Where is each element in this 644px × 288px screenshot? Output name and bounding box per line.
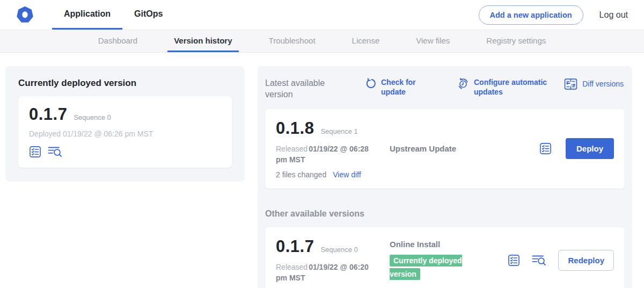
latest-release-info: 0.1.8 Sequence 1 Released01/19/22 @ 06:2… <box>276 119 390 179</box>
other-release-card: 0.1.7 Sequence 0 Released01/19/22 @ 06:2… <box>265 227 625 288</box>
latest-release-actions: Deploy <box>539 138 614 159</box>
other-released-timestamp: Released01/19/22 @ 06:20 pm MST <box>276 262 379 284</box>
other-source-label: Online Install <box>390 240 485 249</box>
deployed-version-number: 0.1.7 <box>29 105 67 124</box>
redeploy-button[interactable]: Redeploy <box>558 250 614 271</box>
check-for-update-label: Check for update <box>381 78 425 97</box>
available-header: Latest available version Check for updat… <box>265 78 625 100</box>
currently-deployed-badge: Currently deployed version <box>390 255 462 280</box>
admin-console-page: Application GitOps Add a new application… <box>0 0 644 288</box>
heptagon-logo-icon <box>16 6 34 24</box>
preflight-checklist-icon[interactable] <box>539 142 552 155</box>
configure-automatic-updates-button[interactable]: Configure automatic updates <box>457 78 558 97</box>
subnav-item-version-history[interactable]: Version history <box>167 30 238 52</box>
other-source-column: Online Install Currently deployed versio… <box>390 240 485 281</box>
tab-application[interactable]: Application <box>52 0 122 30</box>
latest-source-label: Upstream Update <box>390 144 485 153</box>
deployed-version-card: 0.1.7 Sequence 0 Deployed 01/19/22 @ 06:… <box>18 96 232 168</box>
subnav-item-dashboard[interactable]: Dashboard <box>92 30 144 52</box>
latest-files-changed-row: 2 files changed View diff <box>276 170 390 179</box>
deployed-version-row: 0.1.7 Sequence 0 <box>29 105 221 124</box>
preflight-checklist-icon[interactable] <box>29 146 41 158</box>
configure-automatic-updates-label: Configure automatic updates <box>474 78 558 97</box>
subnav-item-view-files[interactable]: View files <box>409 30 456 52</box>
subnav-item-registry-settings[interactable]: Registry settings <box>480 30 552 52</box>
latest-released-timestamp: Released01/19/22 @ 06:28 pm MST <box>276 143 379 165</box>
currently-deployed-title: Currently deployed version <box>18 78 232 89</box>
deployed-timestamp: Deployed 01/19/22 @ 06:26 pm MST <box>29 129 221 138</box>
latest-sequence-label: Sequence 1 <box>320 127 357 135</box>
other-release-actions: Redeploy <box>508 250 614 271</box>
top-tabs: Application GitOps <box>52 0 174 30</box>
app-logo[interactable] <box>16 0 34 30</box>
deployed-sequence-label: Sequence 0 <box>74 113 111 121</box>
preflight-checklist-icon[interactable] <box>508 254 520 267</box>
latest-release-card: 0.1.8 Sequence 1 Released01/19/22 @ 06:2… <box>265 109 625 189</box>
main-content: Currently deployed version 0.1.7 Sequenc… <box>0 53 644 288</box>
files-changed-label: 2 files changed <box>276 170 326 179</box>
release-notes-icon[interactable] <box>532 254 546 267</box>
check-for-update-button[interactable]: Check for update <box>365 78 425 97</box>
other-sequence-label: Sequence 0 <box>320 246 357 254</box>
latest-available-title: Latest available version <box>265 78 345 100</box>
diff-versions-label: Diff versions <box>582 80 624 89</box>
other-version-number: 0.1.7 <box>276 237 314 256</box>
currently-deployed-panel: Currently deployed version 0.1.7 Sequenc… <box>5 66 245 182</box>
available-versions-panel: Latest available version Check for updat… <box>258 66 632 288</box>
release-notes-icon[interactable] <box>48 146 62 158</box>
deployed-badge-wrap: Currently deployed version <box>390 254 481 281</box>
subnav-item-license[interactable]: License <box>346 30 386 52</box>
add-new-application-button[interactable]: Add a new application <box>479 5 583 25</box>
other-release-info: 0.1.7 Sequence 0 Released01/19/22 @ 06:2… <box>276 237 390 284</box>
deployed-actions <box>29 146 221 158</box>
clock-refresh-icon <box>457 78 469 90</box>
refresh-icon <box>365 78 376 89</box>
topnav-right: Add a new application Log out <box>479 0 628 30</box>
view-diff-link[interactable]: View diff <box>333 170 361 179</box>
tab-gitops[interactable]: GitOps <box>122 0 174 30</box>
latest-version-number: 0.1.8 <box>276 119 314 138</box>
other-available-versions-title: Other available versions <box>265 209 625 219</box>
diff-versions-button[interactable]: Diff versions <box>564 78 624 90</box>
subnav-item-troubleshoot[interactable]: Troubleshoot <box>262 30 322 52</box>
app-subnav: Dashboard Version history Troubleshoot L… <box>0 30 644 53</box>
logout-link[interactable]: Log out <box>599 10 628 20</box>
latest-source-column: Upstream Update <box>390 144 485 153</box>
deploy-button[interactable]: Deploy <box>566 138 614 159</box>
top-navbar: Application GitOps Add a new application… <box>0 0 644 30</box>
diff-icon <box>564 78 577 90</box>
